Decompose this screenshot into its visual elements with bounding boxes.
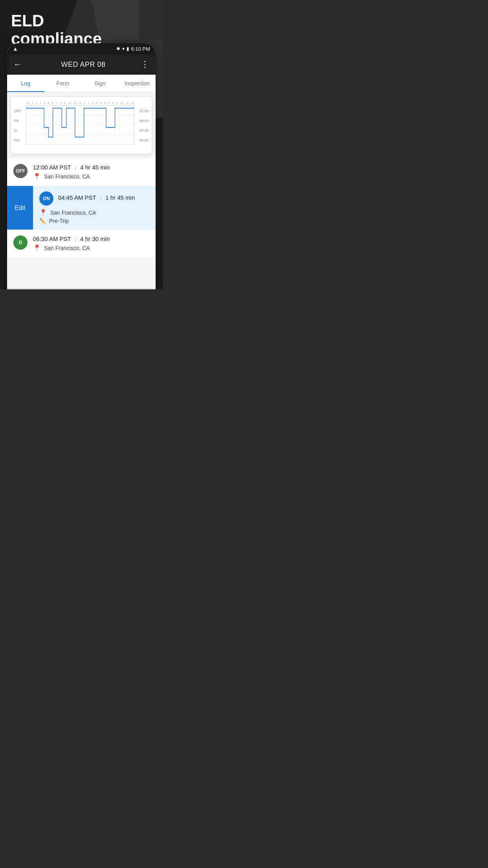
log-content-2: ON 04:45 AM PST | 1 hr 45 min 📍 San Fran… — [39, 191, 149, 224]
log-content-3: 06:30 AM PST | 4 hr 30 min 📍 San Francis… — [33, 235, 149, 252]
chart-graph: M 1 2 3 4 5 6 7 8 9 10 11 N 1 2 — [26, 102, 134, 149]
log-entry-off: OFF 12:00 AM PST | 4 hr 45 min 📍 San Fra… — [7, 158, 156, 186]
back-button[interactable]: ← — [13, 59, 22, 70]
chart-svg — [26, 105, 134, 145]
signal-icon: ▲ — [13, 46, 18, 52]
tab-bar: Log Form Sign Inspection — [7, 75, 156, 92]
log-location-1: 📍 San Francisco, CA — [33, 173, 149, 180]
hero-title-line1: ELD — [11, 11, 44, 30]
log-time-1: 12:00 AM PST | 4 hr 45 min — [33, 164, 149, 171]
location-icon-2: 📍 — [39, 209, 47, 216]
edit-button[interactable]: Edit — [7, 186, 33, 230]
log-location-3: 📍 San Francisco, CA — [33, 244, 149, 252]
hero-title: ELD compliance — [11, 12, 102, 48]
status-badge-on: ON — [39, 191, 53, 206]
phone-mockup: ▲ ✱ ▾ ▮ 6:10 PM ← WED APR 08 ⋮ Log Form … — [7, 43, 156, 289]
chart-area: OFF SB D ON M 1 2 3 4 5 6 7 — [14, 102, 149, 149]
location-icon-3: 📍 — [33, 244, 41, 252]
status-time: 6:10 PM — [131, 46, 150, 52]
more-button[interactable]: ⋮ — [141, 59, 149, 70]
app-bar-title: WED APR 08 — [26, 61, 141, 69]
log-location-2: 📍 San Francisco, CA — [39, 209, 149, 216]
chart-value-labels: 07.00 00.00 07.25 04.00 — [135, 106, 149, 145]
tab-sign[interactable]: Sign — [81, 75, 119, 92]
status-bar: ▲ ✱ ▾ ▮ 6:10 PM — [7, 43, 156, 54]
wifi-icon: ▾ — [122, 46, 125, 51]
battery-icon: ▮ — [127, 46, 129, 51]
tab-inspection[interactable]: Inspection — [119, 75, 156, 92]
status-right: ✱ ▾ ▮ 6:10 PM — [116, 46, 150, 52]
chart-card: OFF SB D ON M 1 2 3 4 5 6 7 — [11, 97, 152, 154]
log-content-1: 12:00 AM PST | 4 hr 45 min 📍 San Francis… — [33, 164, 149, 180]
tab-form[interactable]: Form — [44, 75, 82, 92]
log-time-3: 06:30 AM PST | 4 hr 30 min — [33, 235, 149, 242]
log-time-2: 04:45 AM PST | 1 hr 45 min — [58, 194, 135, 201]
chart-row-labels: OFF SB D ON — [14, 106, 25, 145]
log-note-2: ✏️ Pre-Trip — [39, 218, 149, 224]
note-icon: ✏️ — [39, 218, 46, 224]
status-badge-d: D — [13, 235, 28, 250]
app-bar: ← WED APR 08 ⋮ — [7, 54, 156, 75]
log-entry-d: D 06:30 AM PST | 4 hr 30 min 📍 San Franc… — [7, 230, 156, 257]
content-area: OFF SB D ON M 1 2 3 4 5 6 7 — [7, 92, 156, 288]
chart-hours: M 1 2 3 4 5 6 7 8 9 10 11 N 1 2 — [26, 102, 134, 105]
bluetooth-icon: ✱ — [116, 46, 120, 51]
tab-log[interactable]: Log — [7, 75, 44, 92]
log-entry-on: Edit ON 04:45 AM PST | 1 hr 45 min 📍 San… — [7, 186, 156, 230]
location-icon-1: 📍 — [33, 173, 41, 180]
status-badge-off: OFF — [13, 164, 28, 178]
